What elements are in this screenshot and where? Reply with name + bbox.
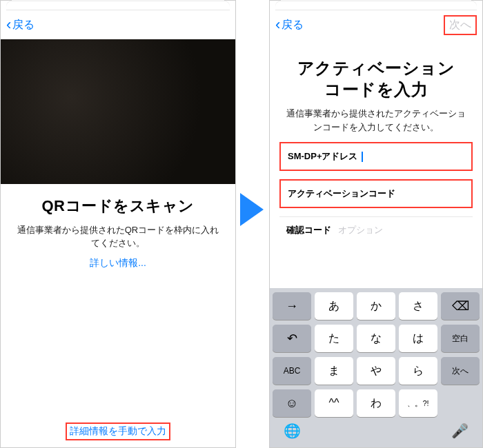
key-space[interactable]: 空白 bbox=[441, 325, 480, 352]
confirmation-code-field[interactable]: 確認コード オプション bbox=[279, 216, 473, 243]
globe-icon[interactable]: 🌐 bbox=[284, 422, 301, 439]
key-emoji[interactable]: ☺ bbox=[273, 389, 311, 417]
navbar-right: ‹ 戻る 次へ bbox=[270, 10, 482, 39]
keyboard-toolbar: 🌐 🎤 bbox=[273, 422, 480, 442]
chevron-left-icon: ‹ bbox=[6, 17, 11, 32]
activation-code-field[interactable]: アクティベーションコード bbox=[279, 179, 473, 208]
page-subtitle: 通信事業者から提供されたQRコードを枠内に入れてください。 bbox=[1, 223, 235, 250]
page-title-line2: コードを入力 bbox=[270, 79, 482, 100]
field-hint: オプション bbox=[338, 224, 383, 236]
key-kana[interactable]: あ bbox=[315, 292, 353, 320]
key-arrow[interactable]: → bbox=[273, 292, 311, 320]
key-next[interactable]: 次へ bbox=[441, 357, 480, 385]
page-title: QRコードをスキャン bbox=[1, 196, 235, 216]
key-kana[interactable]: た bbox=[315, 325, 353, 352]
key-kana[interactable]: ら bbox=[399, 357, 437, 385]
key-punct[interactable]: 、。?! bbox=[399, 389, 437, 417]
keyboard-row: ↶ た な は 空白 bbox=[273, 325, 480, 352]
more-info-link[interactable]: 詳しい情報... bbox=[1, 257, 235, 269]
key-kana[interactable]: ま bbox=[315, 357, 353, 385]
key-abc[interactable]: ABC bbox=[273, 357, 311, 385]
card-stack-indicator bbox=[275, 1, 477, 10]
key-kana[interactable]: わ bbox=[357, 389, 395, 417]
soft-keyboard: → あ か さ ⌫ ↶ た な は 空白 ABC ま や ら 次へ ☺ ^^ わ… bbox=[270, 288, 482, 447]
key-undo[interactable]: ↶ bbox=[273, 325, 311, 352]
key-kana[interactable]: か bbox=[357, 292, 395, 320]
keyboard-row: → あ か さ ⌫ bbox=[273, 292, 480, 320]
page-title-line1: アクティベーション bbox=[270, 57, 482, 79]
page-subtitle: 通信事業者から提供されたアクティベーションコードを入力してください。 bbox=[270, 107, 482, 134]
key-kana[interactable]: さ bbox=[399, 292, 437, 320]
next-button[interactable]: 次へ bbox=[445, 17, 475, 34]
key-kana[interactable]: な bbox=[357, 325, 395, 352]
key-backspace[interactable]: ⌫ bbox=[441, 292, 480, 320]
camera-preview bbox=[1, 39, 235, 184]
back-button[interactable]: ‹ 戻る bbox=[6, 17, 34, 32]
field-label: 確認コード bbox=[286, 224, 331, 236]
smdp-address-field[interactable]: SM-DP+アドレス bbox=[279, 142, 473, 171]
phone-right-screen: ‹ 戻る 次へ アクティベーション コードを入力 通信事業者から提供されたアクテ… bbox=[269, 0, 483, 448]
chevron-left-icon: ‹ bbox=[275, 17, 280, 32]
back-label: 戻る bbox=[282, 18, 304, 32]
manual-entry-wrap: 詳細情報を手動で入力 bbox=[1, 422, 235, 440]
form-area: SM-DP+アドレス アクティベーションコード 確認コード オプション bbox=[270, 134, 482, 243]
navbar-left: ‹ 戻る bbox=[1, 10, 235, 39]
field-label: アクティベーションコード bbox=[288, 187, 395, 200]
back-button[interactable]: ‹ 戻る bbox=[275, 17, 304, 32]
mic-icon[interactable]: 🎤 bbox=[451, 422, 469, 439]
back-label: 戻る bbox=[12, 18, 34, 32]
field-label: SM-DP+アドレス bbox=[288, 150, 357, 163]
text-cursor bbox=[362, 152, 363, 162]
manual-entry-link[interactable]: 詳細情報を手動で入力 bbox=[66, 422, 170, 440]
key-kana[interactable]: は bbox=[399, 325, 437, 352]
next-button-highlight: 次へ bbox=[444, 15, 477, 35]
keyboard-row: ABC ま や ら 次へ bbox=[273, 357, 480, 385]
arrow-right-icon bbox=[240, 193, 264, 226]
key-kana[interactable]: ^^ bbox=[315, 389, 353, 417]
keyboard-row: ☺ ^^ わ 、。?! bbox=[273, 389, 480, 417]
card-stack-indicator bbox=[6, 1, 230, 10]
phone-left-screen: ‹ 戻る QRコードをスキャン 通信事業者から提供されたQRコードを枠内に入れて… bbox=[0, 0, 236, 448]
key-kana[interactable]: や bbox=[357, 357, 395, 385]
